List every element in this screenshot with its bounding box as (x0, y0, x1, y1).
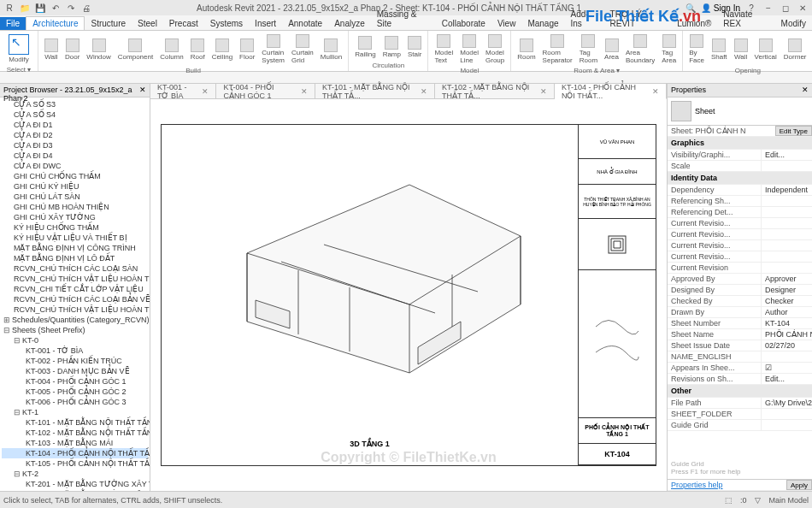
type-selector[interactable]: Sheet (695, 107, 715, 115)
tree-item[interactable]: KÝ HIỆU CHỐNG THẤM (2, 222, 148, 233)
property-row[interactable]: Checked ByChecker (668, 296, 812, 307)
tab-view[interactable]: View (491, 17, 522, 30)
tree-item[interactable]: CỬA ĐI D2 (2, 130, 148, 140)
tree-item[interactable]: RCVN_CHÚ THÍCH VẬT LIỆU HOÀN THIỆ (2, 274, 148, 284)
door-button[interactable]: Door (62, 37, 82, 62)
document-tab[interactable]: KT-102 - MẶT BẰNG NỘI THẤT TẦ...✕ (435, 84, 555, 98)
property-row[interactable]: Current Revisio... (668, 229, 812, 240)
tree-item[interactable]: GHI CHÚ MB HOÀN THIỆN (2, 202, 148, 212)
property-value[interactable] (761, 263, 812, 273)
tree-item[interactable]: KT-004 - PHỐI CẢNH GÓC 1 (2, 376, 148, 387)
property-group-header[interactable]: Identity Data (668, 172, 812, 185)
tree-item[interactable]: CỬA ĐI D3 (2, 140, 148, 151)
property-value[interactable]: ☑ (761, 363, 812, 373)
print-icon[interactable]: 🖨 (80, 2, 92, 14)
property-value[interactable]: Checker (761, 296, 812, 306)
property-value[interactable] (761, 251, 812, 262)
tab-annotate[interactable]: Annotate (282, 17, 328, 30)
property-value[interactable] (761, 351, 812, 362)
property-row[interactable]: Approved ByApprover (668, 274, 812, 285)
properties-header[interactable]: Properties ✕ (668, 84, 812, 97)
tree-toggle-icon[interactable]: ⊞ (3, 316, 12, 324)
property-row[interactable]: Scale (668, 161, 812, 172)
tree-item[interactable]: KT-104 - PHỐI CẢNH NỘI THẤT TẦN (2, 448, 148, 458)
stair-button[interactable]: Stair (405, 34, 424, 60)
tree-item[interactable]: ⊟KT-0 (2, 335, 148, 346)
property-value[interactable] (761, 218, 812, 228)
save-icon[interactable]: 💾 (34, 2, 46, 14)
property-row[interactable]: Sheet Issue Date02/27/20 (668, 340, 812, 351)
property-row[interactable]: Appears In Shee...☑ (668, 363, 812, 374)
property-row[interactable]: Sheet NumberKT-104 (668, 318, 812, 329)
shaft-button[interactable]: Shaft (709, 37, 730, 62)
tree-item[interactable]: ⊞Schedules/Quantities (Category_RCVN) (2, 315, 148, 325)
tree-item[interactable]: KT-006 - PHỐI CẢNH GÓC 3 (2, 397, 148, 407)
wall-button[interactable]: Wall (732, 37, 750, 62)
tree-item[interactable]: KT-202 - MẶT BẰNG TƯỜNG XÂY TẦN (2, 489, 148, 491)
document-tab[interactable]: KT-001 - TỜ BÌA✕ (150, 84, 216, 98)
model-selector[interactable]: Main Model (768, 496, 809, 505)
dormer-button[interactable]: Dormer (781, 37, 809, 62)
property-row[interactable]: Current Revisio... (668, 251, 812, 263)
tree-item[interactable]: GHI CHÚ XÂY TƯỜNG (2, 212, 148, 222)
curtain-system-button[interactable]: Curtain System (259, 32, 287, 66)
property-value[interactable]: Approver (761, 274, 812, 284)
tree-item[interactable]: KT-005 - PHỐI CẢNH GÓC 2 (2, 387, 148, 397)
document-tab[interactable]: KT-104 - PHỐI CẢNH NỘI THẤT...✕ (555, 84, 667, 99)
tab-modify[interactable]: Modify (775, 17, 812, 30)
property-value[interactable] (761, 161, 812, 171)
tree-item[interactable]: CỬA SỐ S3 (2, 99, 148, 109)
open-icon[interactable]: 📁 (19, 2, 31, 14)
close-tab-icon[interactable]: ✕ (421, 87, 427, 96)
tree-item[interactable]: KT-101 - MẶT BẰNG NỘI THẤT TẦNG (2, 417, 148, 428)
tree-item[interactable]: CỬA SỐ S4 (2, 109, 148, 120)
tab-insert[interactable]: Insert (249, 17, 282, 30)
property-value[interactable] (761, 207, 812, 217)
area-boundary-button[interactable]: Area Boundary (623, 32, 657, 66)
tab-naviate[interactable]: Naviate REX (717, 8, 774, 30)
window-button[interactable]: Window (84, 37, 113, 62)
tree-item[interactable]: CỬA ĐI DWC (2, 161, 148, 171)
by-face-button[interactable]: By Face (686, 32, 707, 66)
room-separator-button[interactable]: Room Separator (540, 32, 575, 66)
property-group-header[interactable]: Other (668, 385, 812, 398)
project-browser-header[interactable]: Project Browser - 23.21.05_9x15x2_a Phan… (0, 84, 150, 97)
model-line-button[interactable]: Model Line (457, 32, 481, 66)
tree-item[interactable]: KT-001 - TỜ BÌA (2, 346, 148, 356)
property-row[interactable]: Visibility/Graphi...Edit... (668, 150, 812, 161)
tree-item[interactable]: RCVN_CHÚ THÍCH VẬT LIỆU HOÀN THIỆN (2, 304, 148, 315)
tree-item[interactable]: KT-105 - PHỐI CẢNH NỘI THẤT TẦN (2, 458, 148, 469)
tree-item[interactable]: KT-201 - MẶT BẰNG TƯỜNG XÂY TẦN (2, 479, 148, 489)
tab-analyze[interactable]: Analyze (328, 17, 371, 30)
edit-type-button[interactable]: Edit Type (775, 126, 812, 136)
maximize-icon[interactable]: ◻ (780, 2, 791, 14)
workset-icon[interactable]: ⬚ (723, 494, 735, 506)
document-tab[interactable]: KT-101 - MẶT BẰNG NỘI THẤT TẦ...✕ (315, 84, 435, 98)
property-row[interactable]: Current Revision (668, 263, 812, 274)
modify-button[interactable]: Modify (3, 32, 34, 65)
property-value[interactable]: Author (761, 307, 812, 317)
tree-item[interactable]: CỬA ĐI D1 (2, 120, 148, 130)
tree-item[interactable]: KT-102 - MẶT BẰNG NỘI THẤT TẦNG (2, 428, 148, 438)
tag-area-button[interactable]: Tag Area (659, 32, 679, 66)
ramp-button[interactable]: Ramp (380, 34, 403, 60)
tag-room-button[interactable]: Tag Room (577, 32, 600, 66)
instance-filter[interactable]: Sheet: PHỐI CẢNH N (668, 126, 775, 136)
tree-toggle-icon[interactable]: ⊟ (3, 326, 12, 334)
railing-button[interactable]: Railing (352, 34, 378, 60)
close-tab-icon[interactable]: ✕ (202, 87, 209, 96)
drawing-canvas[interactable]: 3D TẦNG 1 VŨ VĂN PHAN NHÀ Ở GIA ĐÌNH THÔ… (150, 99, 667, 491)
properties-help-link[interactable]: Properties help (668, 480, 786, 490)
tree-item[interactable]: RCVN_CHÚ THÍCH CÁC LOẠI SÀN (2, 263, 148, 274)
property-value[interactable]: Edit... (761, 150, 812, 160)
tree-item[interactable]: RCVN_CHI TIẾT CẮT LỚP VẬT LIỆU (2, 284, 148, 294)
property-value[interactable]: PHỐI CẢNH N (761, 329, 812, 340)
tab-precast[interactable]: Precast (163, 17, 204, 30)
property-value[interactable]: KT-104 (761, 318, 812, 328)
close-panel-icon[interactable]: ✕ (802, 86, 809, 95)
column-button[interactable]: Column (157, 37, 186, 62)
tree-item[interactable]: KÝ HIỆU VẬT LIỆU VÀ THIẾT BỊ (2, 233, 148, 243)
floor-button[interactable]: Floor (237, 37, 257, 62)
wall-button[interactable]: Wall (42, 37, 61, 62)
area-button[interactable]: Area (602, 37, 621, 62)
